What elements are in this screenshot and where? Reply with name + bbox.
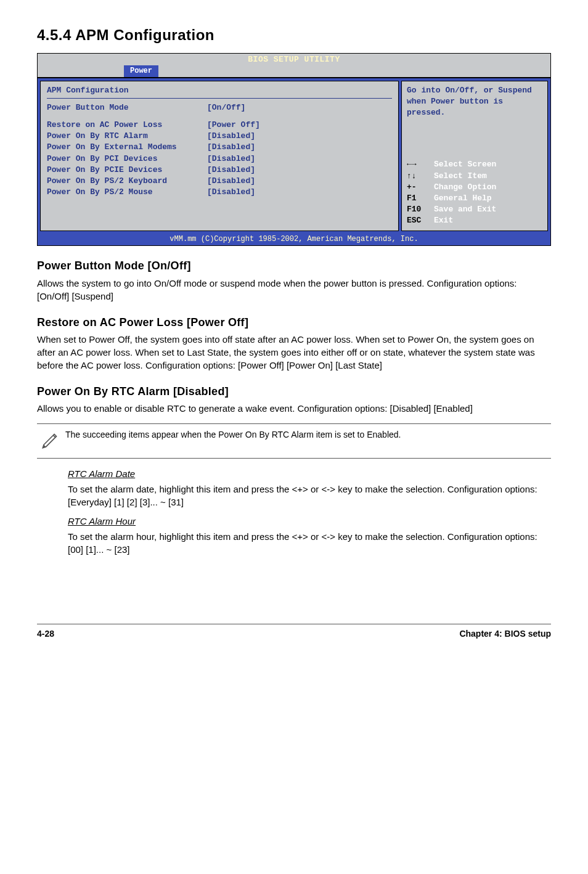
paragraph: When set to Power Off, the system goes i…: [37, 333, 551, 372]
bios-row-value: [Disabled]: [207, 153, 255, 165]
bios-row-label: Restore on AC Power Loss: [47, 120, 207, 131]
rtc-hour-heading: RTC Alarm Hour: [68, 515, 551, 528]
key-txt: Select Item: [434, 171, 487, 182]
page-number: 4-28: [37, 628, 54, 640]
page-footer: 4-28 Chapter 4: BIOS setup: [37, 624, 551, 640]
bios-row-value: [Disabled]: [207, 176, 255, 187]
bios-row-label: Power On By External Modems: [47, 142, 207, 153]
bios-row-value: [Disabled]: [207, 142, 255, 153]
chapter-label: Chapter 4: BIOS setup: [459, 628, 551, 640]
key-sym: ↑↓: [407, 171, 434, 182]
bios-tab-power: Power: [124, 65, 158, 77]
key-sym: F1: [407, 193, 434, 204]
bios-row: Power On By PCI Devices [Disabled]: [47, 153, 392, 165]
bios-row-value: [Disabled]: [207, 165, 255, 176]
key-txt: General Help: [434, 193, 492, 204]
bios-row-label: Power On By PS/2 Keyboard: [47, 176, 207, 187]
bios-row-value: [Power Off]: [207, 120, 260, 131]
bios-title: BIOS SETUP UTILITY: [38, 54, 550, 65]
bios-key-row: ESCExit: [407, 215, 542, 226]
bios-row-label: Power On By RTC Alarm: [47, 131, 207, 142]
bios-section-title: APM Configuration: [47, 85, 392, 96]
bios-row-label: Power On By PCI Devices: [47, 153, 207, 165]
key-sym: ESC: [407, 215, 434, 226]
bios-footer: vMM.mm (C)Copyright 1985-2002, American …: [38, 234, 550, 246]
bios-key-row: ←→Select Screen: [407, 159, 542, 170]
bios-key-row: +-Change Option: [407, 182, 542, 193]
bios-row: Power On By PS/2 Mouse [Disabled]: [47, 187, 392, 198]
bios-row-value: [Disabled]: [207, 187, 255, 198]
subheading-power-rtc: Power On By RTC Alarm [Disabled]: [37, 384, 551, 399]
key-txt: Select Screen: [434, 159, 496, 170]
spacer: [47, 113, 392, 120]
key-txt: Save and Exit: [434, 204, 496, 215]
bios-divider: [47, 98, 392, 99]
note-text: The succeeding items appear when the Pow…: [65, 429, 551, 441]
bios-body: APM Configuration Power Button Mode [On/…: [38, 77, 550, 234]
bios-left-pane: APM Configuration Power Button Mode [On/…: [40, 81, 399, 231]
bios-row-label: Power Button Mode: [47, 102, 207, 113]
bios-row-value: [Disabled]: [207, 131, 255, 142]
rtc-hour-block: RTC Alarm Hour To set the alarm hour, hi…: [68, 515, 551, 556]
note-block: The succeeding items appear when the Pow…: [37, 423, 551, 459]
pencil-note-icon: [37, 429, 65, 453]
bios-row-value: [On/Off]: [207, 102, 245, 113]
rtc-date-heading: RTC Alarm Date: [68, 467, 551, 480]
paragraph: To set the alarm date, highlight this it…: [68, 483, 551, 508]
bios-key-row: F10Save and Exit: [407, 204, 542, 215]
bios-key-row: F1General Help: [407, 193, 542, 204]
key-txt: Exit: [434, 215, 453, 226]
bios-row: Power On By RTC Alarm [Disabled]: [47, 131, 392, 142]
paragraph: Allows the system to go into On/Off mode…: [37, 277, 551, 303]
bios-row: Power On By PS/2 Keyboard [Disabled]: [47, 176, 392, 187]
bios-row: Restore on AC Power Loss [Power Off]: [47, 120, 392, 131]
key-txt: Change Option: [434, 182, 496, 193]
subheading-power-button-mode: Power Button Mode [On/Off]: [37, 258, 551, 274]
paragraph: Allows you to enable or disable RTC to g…: [37, 402, 551, 415]
bios-setup-screenshot: BIOS SETUP UTILITY Power APM Configurati…: [37, 53, 551, 247]
bios-row-label: Power On By PCIE Devices: [47, 165, 207, 176]
bios-right-pane: Go into On/Off, or Suspend when Power bu…: [401, 81, 548, 231]
key-sym: F10: [407, 204, 434, 215]
bios-title-text: BIOS SETUP UTILITY: [248, 55, 340, 64]
bios-tab-row: Power: [38, 65, 550, 77]
subheading-restore-ac: Restore on AC Power Loss [Power Off]: [37, 315, 551, 330]
bios-key-legend: ←→Select Screen ↑↓Select Item +-Change O…: [407, 159, 542, 226]
paragraph: To set the alarm hour, highlight this it…: [68, 530, 551, 556]
section-heading: 4.5.4 APM Configuration: [37, 25, 551, 46]
key-sym: +-: [407, 182, 434, 193]
key-sym: ←→: [407, 159, 434, 170]
bios-row: Power On By PCIE Devices [Disabled]: [47, 165, 392, 176]
bios-key-row: ↑↓Select Item: [407, 171, 542, 182]
rtc-date-block: RTC Alarm Date To set the alarm date, hi…: [68, 467, 551, 508]
bios-row: Power Button Mode [On/Off]: [47, 102, 392, 113]
bios-help-text: Go into On/Off, or Suspend when Power bu…: [407, 85, 542, 119]
bios-row: Power On By External Modems [Disabled]: [47, 142, 392, 153]
bios-row-label: Power On By PS/2 Mouse: [47, 187, 207, 198]
